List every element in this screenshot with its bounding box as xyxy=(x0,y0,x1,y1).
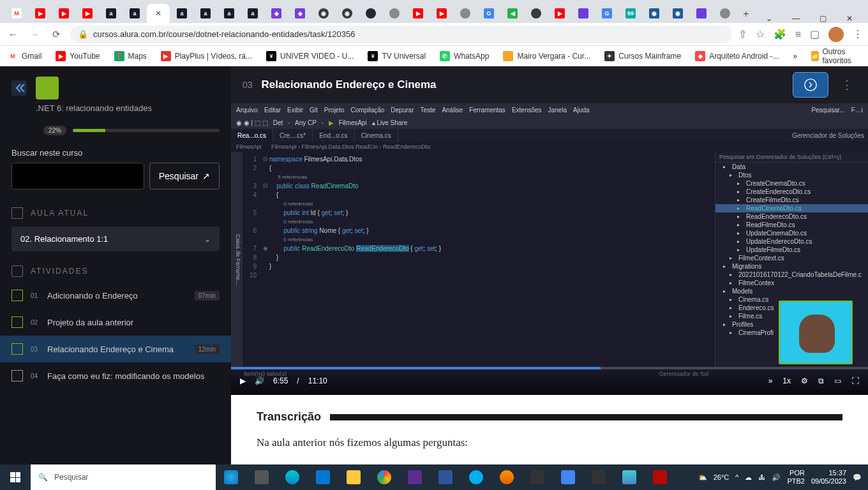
browser-tab[interactable] xyxy=(714,4,737,23)
bookmark-item[interactable]: Mairo Vergara - Cur... xyxy=(503,51,590,61)
bookmark-item[interactable]: ▶PlayPlus | Vídeos, rá... xyxy=(161,51,252,61)
activity-item[interactable]: 01 Adicionando o Endereço 07min xyxy=(0,282,231,309)
language-indicator[interactable]: PORPTB2 xyxy=(787,469,805,486)
settings-icon[interactable]: ⚙ xyxy=(801,376,808,385)
photos-icon[interactable] xyxy=(614,464,645,490)
sidebar-back-icon[interactable] xyxy=(11,80,27,96)
skip-icon[interactable]: » xyxy=(768,376,773,385)
browser-tab[interactable] xyxy=(525,4,548,23)
browser-tab[interactable]: a xyxy=(194,4,217,23)
browser-tab[interactable]: ◆ xyxy=(265,4,288,23)
lesson-menu-icon[interactable]: ⋮ xyxy=(837,78,857,92)
forward-button[interactable]: → xyxy=(27,27,42,42)
activity-item-active[interactable]: 03 Relacionando Endereço e Cinema 12min xyxy=(0,336,231,362)
skype-icon[interactable] xyxy=(461,464,491,490)
profile-avatar[interactable] xyxy=(828,27,844,42)
course-search-input[interactable] xyxy=(11,163,144,189)
app-icon[interactable] xyxy=(583,464,614,490)
bookmarks-more-icon[interactable]: » xyxy=(793,52,798,61)
close-tab-icon[interactable]: ✕ xyxy=(155,9,161,18)
bookmark-item[interactable]: ¥UNIVER VIDEO - U... xyxy=(266,51,354,61)
browser-tab[interactable]: ◉ xyxy=(336,4,359,23)
browser-tab[interactable]: ◉ xyxy=(643,4,666,23)
browser-tab[interactable]: M xyxy=(5,4,28,23)
weather-icon[interactable]: ⛅ xyxy=(698,473,707,482)
onedrive-icon[interactable]: ☁ xyxy=(745,473,752,482)
firefox-icon[interactable] xyxy=(491,464,522,490)
reading-list-icon[interactable]: ≡ xyxy=(795,29,801,40)
video-player[interactable]: ArquivoEditarExibirGitProjetoCompilaçãoD… xyxy=(231,103,868,395)
close-window-button[interactable]: ✕ xyxy=(842,14,857,23)
network-icon[interactable]: 🖧 xyxy=(758,473,765,481)
minimize-button[interactable]: — xyxy=(788,14,804,23)
bookmark-item[interactable]: ◆Arquiteto Android -... xyxy=(695,51,779,61)
browser-tab[interactable]: ▶ xyxy=(407,4,430,23)
browser-tab[interactable]: ◉ xyxy=(312,4,335,23)
activity-item[interactable]: 02 Projeto da aula anterior xyxy=(0,309,231,336)
taskbar-search[interactable]: 🔍Pesquisar xyxy=(31,464,216,490)
extensions-icon[interactable]: 🧩 xyxy=(774,28,786,40)
new-tab-button[interactable]: + xyxy=(737,5,755,23)
share-icon[interactable]: ⇧ xyxy=(738,28,747,40)
volume-icon[interactable]: 🔊 xyxy=(255,376,264,385)
browser-tab[interactable]: ◆ xyxy=(288,4,311,23)
browser-tab[interactable]: 99 xyxy=(619,4,642,23)
app-icon[interactable] xyxy=(553,464,583,490)
video-progress-bar[interactable] xyxy=(231,367,868,369)
browser-tab[interactable]: a xyxy=(170,4,193,23)
browser-tab[interactable]: ▶ xyxy=(430,4,453,23)
browser-tab[interactable]: ▶ xyxy=(52,4,75,23)
play-button[interactable]: ▶ xyxy=(240,376,246,385)
start-button[interactable] xyxy=(0,464,31,490)
other-bookmarks[interactable]: 📁Outros favoritos xyxy=(811,47,860,65)
browser-tab[interactable]: G xyxy=(595,4,618,23)
pip-icon[interactable]: ⧉ xyxy=(818,376,824,385)
back-button[interactable]: ← xyxy=(5,27,20,42)
browser-tab[interactable]: ▶ xyxy=(29,4,52,23)
browser-tab[interactable] xyxy=(383,4,406,23)
browser-tab[interactable] xyxy=(454,4,477,23)
mail-icon[interactable] xyxy=(308,464,338,490)
kebab-menu-icon[interactable]: ⋮ xyxy=(853,28,863,40)
fullscreen-icon[interactable]: ⛶ xyxy=(851,376,859,385)
browser-tab[interactable]: ◉ xyxy=(666,4,689,23)
search-button[interactable]: Pesquisar↗ xyxy=(149,163,220,189)
browser-tab[interactable]: G xyxy=(477,4,500,23)
bookmark-item[interactable]: 📍Maps xyxy=(114,51,147,61)
theater-icon[interactable]: ▭ xyxy=(834,376,841,385)
taskview-icon[interactable] xyxy=(246,464,277,490)
clock[interactable]: 15:3709/05/2023 xyxy=(811,469,846,486)
acrobat-icon[interactable] xyxy=(645,464,675,490)
browser-tab[interactable]: a xyxy=(123,4,146,23)
side-panel-icon[interactable]: ▢ xyxy=(810,28,819,40)
bookmark-item[interactable]: MGmail xyxy=(8,51,41,61)
activity-item[interactable]: 04 Faça como eu fiz: modificando os mode… xyxy=(0,362,231,389)
app-icon[interactable] xyxy=(522,464,553,490)
bookmark-item[interactable]: ✦Cursos Mainframe xyxy=(604,51,681,61)
next-button[interactable] xyxy=(793,72,828,98)
bookmark-item[interactable]: ▶YouTube xyxy=(56,51,100,61)
bookmark-item[interactable]: ✆WhatsApp xyxy=(440,51,489,61)
browser-tab[interactable] xyxy=(572,4,595,23)
browser-tab[interactable]: ◀ xyxy=(501,4,524,23)
edge-icon[interactable] xyxy=(277,464,308,490)
cortana-icon[interactable] xyxy=(216,464,246,490)
browser-tab[interactable]: a xyxy=(100,4,123,23)
tabs-dropdown-icon[interactable]: ⌄ xyxy=(761,14,777,23)
reload-button[interactable]: ⟳ xyxy=(49,27,64,42)
browser-tab[interactable]: ▶ xyxy=(76,4,99,23)
visualstudio-icon[interactable] xyxy=(400,464,430,490)
maximize-button[interactable]: ▢ xyxy=(815,14,830,23)
browser-tab-active[interactable]: ✕ xyxy=(147,4,170,23)
bookmark-star-icon[interactable]: ☆ xyxy=(756,28,765,40)
current-lesson-row[interactable]: 02. Relacionamento 1:1 ⌄ xyxy=(11,226,220,251)
browser-tab[interactable] xyxy=(690,4,713,23)
tray-chevron-icon[interactable]: ^ xyxy=(735,473,738,481)
browser-tab[interactable]: ▶ xyxy=(548,4,571,23)
word-icon[interactable] xyxy=(430,464,461,490)
chrome-icon[interactable] xyxy=(369,464,400,490)
url-bar[interactable]: 🔒 cursos.alura.com.br/course/dotnet-rela… xyxy=(70,26,732,43)
browser-tab[interactable]: a xyxy=(218,4,241,23)
speed-control[interactable]: 1x xyxy=(782,376,791,385)
bookmark-item[interactable]: ¥TV Universal xyxy=(368,51,426,61)
